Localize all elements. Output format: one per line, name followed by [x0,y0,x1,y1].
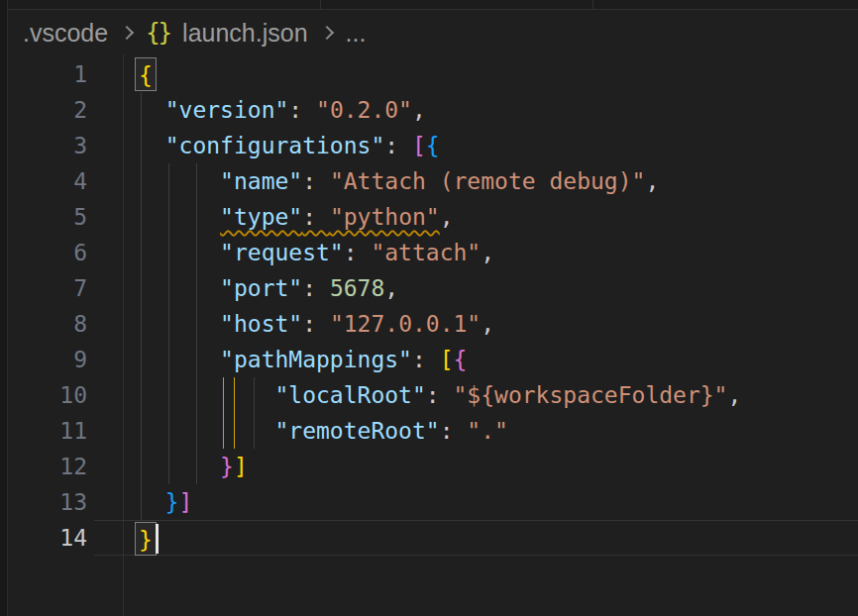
breadcrumb-folder[interactable]: .vscode [23,19,108,48]
sidebar-edge [0,0,8,616]
code-line[interactable]: 11 "remoteRoot": "." [0,413,858,449]
text-cursor [156,524,159,554]
line-number[interactable]: 11 [0,413,109,449]
code-line-content[interactable]: "host": "127.0.0.1", [109,306,858,342]
code-line-content[interactable]: "configurations": [{ [109,128,858,163]
line-number[interactable]: 4 [0,163,109,199]
chevron-right-icon [120,26,134,40]
line-number[interactable]: 6 [0,235,109,270]
line-number[interactable]: 12 [0,449,109,484]
code-line[interactable]: 6 "request": "attach", [0,235,858,270]
code-line[interactable]: 7 "port": 5678, [0,270,858,306]
code-lines: 1{2 "version": "0.2.0",3 "configurations… [0,56,858,556]
code-line[interactable]: 14} [0,520,858,556]
code-line[interactable]: 12 }] [0,449,858,484]
breadcrumb-file[interactable]: launch.json [182,19,307,48]
tab-bar[interactable] [0,0,858,10]
line-number[interactable]: 13 [0,484,109,520]
code-line[interactable]: 3 "configurations": [{ [0,128,858,163]
breadcrumb-symbol-more[interactable]: ... [346,19,367,48]
line-number[interactable]: 9 [0,342,109,377]
code-line[interactable]: 4 "name": "Attach (remote debug)", [0,163,858,199]
line-number[interactable]: 1 [0,56,109,92]
matched-bracket: } [135,522,157,556]
code-line-content[interactable]: }] [109,449,858,484]
matched-bracket: { [135,57,157,91]
chevron-right-icon [319,26,333,40]
code-line[interactable]: 9 "pathMappings": [{ [0,342,858,377]
code-line-content[interactable]: } [94,520,858,556]
code-line-content[interactable]: "pathMappings": [{ [109,342,858,377]
line-number[interactable]: 10 [0,377,109,413]
code-line-content[interactable]: "remoteRoot": "." [109,413,858,449]
code-line-content[interactable]: { [109,56,858,92]
line-number[interactable]: 14 [0,520,109,556]
code-line-content[interactable]: "version": "0.2.0", [109,92,858,128]
line-number[interactable]: 5 [0,199,109,235]
code-line[interactable]: 13 }] [0,484,858,520]
code-line[interactable]: 5 "type": "python", [0,199,858,235]
code-line[interactable]: 2 "version": "0.2.0", [0,92,858,128]
code-line-content[interactable]: }] [109,484,858,520]
code-line[interactable]: 1{ [0,56,858,92]
code-line-content[interactable]: "request": "attach", [109,235,858,270]
line-number[interactable]: 8 [0,306,109,342]
code-line-content[interactable]: "localRoot": "${workspaceFolder}", [109,377,858,413]
code-line-content[interactable]: "type": "python", [109,199,858,235]
code-line[interactable]: 8 "host": "127.0.0.1", [0,306,858,342]
breadcrumb: .vscode {} launch.json ... [0,11,858,54]
line-number[interactable]: 3 [0,128,109,163]
code-line[interactable]: 10 "localRoot": "${workspaceFolder}", [0,377,858,413]
line-number[interactable]: 7 [0,270,109,306]
tab-separator [592,0,593,10]
code-line-content[interactable]: "name": "Attach (remote debug)", [109,163,858,199]
editor[interactable]: 1{2 "version": "0.2.0",3 "configurations… [0,54,858,616]
line-number[interactable]: 2 [0,92,109,128]
code-line-content[interactable]: "port": 5678, [109,270,858,306]
tab-separator [320,0,321,10]
json-braces-icon: {} [146,19,170,47]
